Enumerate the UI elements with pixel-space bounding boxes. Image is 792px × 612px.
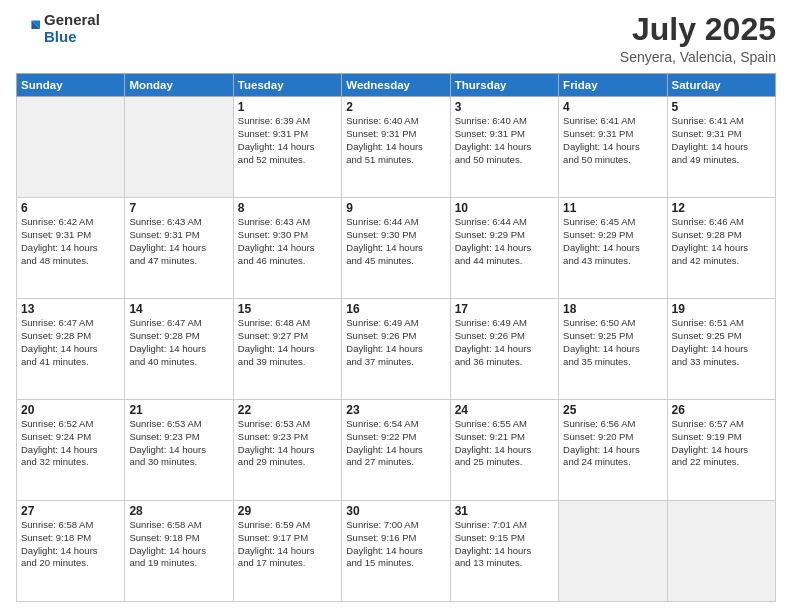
calendar-week-row: 27Sunrise: 6:58 AMSunset: 9:18 PMDayligh… bbox=[17, 501, 776, 602]
day-info: Sunrise: 6:58 AMSunset: 9:18 PMDaylight:… bbox=[129, 519, 228, 570]
subtitle: Senyera, Valencia, Spain bbox=[620, 49, 776, 65]
logo-text: General Blue bbox=[44, 12, 100, 45]
calendar-day-cell: 11Sunrise: 6:45 AMSunset: 9:29 PMDayligh… bbox=[559, 198, 667, 299]
day-info: Sunrise: 6:40 AMSunset: 9:31 PMDaylight:… bbox=[346, 115, 445, 166]
calendar-day-cell: 19Sunrise: 6:51 AMSunset: 9:25 PMDayligh… bbox=[667, 299, 775, 400]
day-info: Sunrise: 6:57 AMSunset: 9:19 PMDaylight:… bbox=[672, 418, 771, 469]
day-info: Sunrise: 6:43 AMSunset: 9:31 PMDaylight:… bbox=[129, 216, 228, 267]
day-info: Sunrise: 7:01 AMSunset: 9:15 PMDaylight:… bbox=[455, 519, 554, 570]
calendar-day-cell: 24Sunrise: 6:55 AMSunset: 9:21 PMDayligh… bbox=[450, 400, 558, 501]
day-info: Sunrise: 6:39 AMSunset: 9:31 PMDaylight:… bbox=[238, 115, 337, 166]
day-info: Sunrise: 6:41 AMSunset: 9:31 PMDaylight:… bbox=[672, 115, 771, 166]
day-number: 25 bbox=[563, 403, 662, 417]
day-info: Sunrise: 6:48 AMSunset: 9:27 PMDaylight:… bbox=[238, 317, 337, 368]
day-number: 29 bbox=[238, 504, 337, 518]
day-info: Sunrise: 6:52 AMSunset: 9:24 PMDaylight:… bbox=[21, 418, 120, 469]
day-number: 31 bbox=[455, 504, 554, 518]
day-number: 23 bbox=[346, 403, 445, 417]
day-info: Sunrise: 6:59 AMSunset: 9:17 PMDaylight:… bbox=[238, 519, 337, 570]
day-number: 4 bbox=[563, 100, 662, 114]
day-info: Sunrise: 6:46 AMSunset: 9:28 PMDaylight:… bbox=[672, 216, 771, 267]
calendar-week-row: 1Sunrise: 6:39 AMSunset: 9:31 PMDaylight… bbox=[17, 97, 776, 198]
logo: General Blue bbox=[16, 12, 100, 45]
calendar-day-cell: 16Sunrise: 6:49 AMSunset: 9:26 PMDayligh… bbox=[342, 299, 450, 400]
day-info: Sunrise: 6:47 AMSunset: 9:28 PMDaylight:… bbox=[21, 317, 120, 368]
calendar-day-cell: 12Sunrise: 6:46 AMSunset: 9:28 PMDayligh… bbox=[667, 198, 775, 299]
day-number: 1 bbox=[238, 100, 337, 114]
main-title: July 2025 bbox=[620, 12, 776, 47]
day-info: Sunrise: 6:44 AMSunset: 9:30 PMDaylight:… bbox=[346, 216, 445, 267]
calendar-day-cell: 5Sunrise: 6:41 AMSunset: 9:31 PMDaylight… bbox=[667, 97, 775, 198]
header: General Blue July 2025 Senyera, Valencia… bbox=[16, 12, 776, 65]
day-number: 5 bbox=[672, 100, 771, 114]
calendar-day-cell: 21Sunrise: 6:53 AMSunset: 9:23 PMDayligh… bbox=[125, 400, 233, 501]
calendar-day-cell: 14Sunrise: 6:47 AMSunset: 9:28 PMDayligh… bbox=[125, 299, 233, 400]
day-info: Sunrise: 6:56 AMSunset: 9:20 PMDaylight:… bbox=[563, 418, 662, 469]
calendar-day-cell bbox=[559, 501, 667, 602]
logo-icon bbox=[16, 17, 40, 41]
calendar-body: 1Sunrise: 6:39 AMSunset: 9:31 PMDaylight… bbox=[17, 97, 776, 602]
calendar-day-cell: 18Sunrise: 6:50 AMSunset: 9:25 PMDayligh… bbox=[559, 299, 667, 400]
day-number: 9 bbox=[346, 201, 445, 215]
day-info: Sunrise: 6:53 AMSunset: 9:23 PMDaylight:… bbox=[238, 418, 337, 469]
calendar-day-cell: 2Sunrise: 6:40 AMSunset: 9:31 PMDaylight… bbox=[342, 97, 450, 198]
day-info: Sunrise: 6:42 AMSunset: 9:31 PMDaylight:… bbox=[21, 216, 120, 267]
day-info: Sunrise: 6:41 AMSunset: 9:31 PMDaylight:… bbox=[563, 115, 662, 166]
calendar-day-cell: 9Sunrise: 6:44 AMSunset: 9:30 PMDaylight… bbox=[342, 198, 450, 299]
day-info: Sunrise: 6:55 AMSunset: 9:21 PMDaylight:… bbox=[455, 418, 554, 469]
day-number: 11 bbox=[563, 201, 662, 215]
calendar-header: SundayMondayTuesdayWednesdayThursdayFrid… bbox=[17, 74, 776, 97]
day-number: 15 bbox=[238, 302, 337, 316]
day-number: 30 bbox=[346, 504, 445, 518]
calendar-day-cell: 31Sunrise: 7:01 AMSunset: 9:15 PMDayligh… bbox=[450, 501, 558, 602]
day-number: 22 bbox=[238, 403, 337, 417]
page: General Blue July 2025 Senyera, Valencia… bbox=[0, 0, 792, 612]
title-block: July 2025 Senyera, Valencia, Spain bbox=[620, 12, 776, 65]
header-cell-thursday: Thursday bbox=[450, 74, 558, 97]
day-number: 13 bbox=[21, 302, 120, 316]
logo-blue: Blue bbox=[44, 29, 100, 46]
day-number: 2 bbox=[346, 100, 445, 114]
header-row: SundayMondayTuesdayWednesdayThursdayFrid… bbox=[17, 74, 776, 97]
calendar-day-cell: 23Sunrise: 6:54 AMSunset: 9:22 PMDayligh… bbox=[342, 400, 450, 501]
day-info: Sunrise: 6:40 AMSunset: 9:31 PMDaylight:… bbox=[455, 115, 554, 166]
calendar-day-cell: 20Sunrise: 6:52 AMSunset: 9:24 PMDayligh… bbox=[17, 400, 125, 501]
calendar-day-cell bbox=[125, 97, 233, 198]
calendar-day-cell: 29Sunrise: 6:59 AMSunset: 9:17 PMDayligh… bbox=[233, 501, 341, 602]
day-number: 26 bbox=[672, 403, 771, 417]
calendar-day-cell bbox=[17, 97, 125, 198]
header-cell-tuesday: Tuesday bbox=[233, 74, 341, 97]
day-number: 24 bbox=[455, 403, 554, 417]
day-info: Sunrise: 6:43 AMSunset: 9:30 PMDaylight:… bbox=[238, 216, 337, 267]
header-cell-monday: Monday bbox=[125, 74, 233, 97]
calendar-day-cell: 7Sunrise: 6:43 AMSunset: 9:31 PMDaylight… bbox=[125, 198, 233, 299]
calendar-day-cell: 3Sunrise: 6:40 AMSunset: 9:31 PMDaylight… bbox=[450, 97, 558, 198]
day-info: Sunrise: 6:50 AMSunset: 9:25 PMDaylight:… bbox=[563, 317, 662, 368]
calendar-week-row: 20Sunrise: 6:52 AMSunset: 9:24 PMDayligh… bbox=[17, 400, 776, 501]
calendar-day-cell: 4Sunrise: 6:41 AMSunset: 9:31 PMDaylight… bbox=[559, 97, 667, 198]
calendar-day-cell: 8Sunrise: 6:43 AMSunset: 9:30 PMDaylight… bbox=[233, 198, 341, 299]
day-number: 14 bbox=[129, 302, 228, 316]
calendar-day-cell: 30Sunrise: 7:00 AMSunset: 9:16 PMDayligh… bbox=[342, 501, 450, 602]
day-number: 12 bbox=[672, 201, 771, 215]
day-info: Sunrise: 6:45 AMSunset: 9:29 PMDaylight:… bbox=[563, 216, 662, 267]
calendar-day-cell: 17Sunrise: 6:49 AMSunset: 9:26 PMDayligh… bbox=[450, 299, 558, 400]
calendar-day-cell: 27Sunrise: 6:58 AMSunset: 9:18 PMDayligh… bbox=[17, 501, 125, 602]
day-info: Sunrise: 6:53 AMSunset: 9:23 PMDaylight:… bbox=[129, 418, 228, 469]
header-cell-saturday: Saturday bbox=[667, 74, 775, 97]
calendar-table: SundayMondayTuesdayWednesdayThursdayFrid… bbox=[16, 73, 776, 602]
calendar-week-row: 13Sunrise: 6:47 AMSunset: 9:28 PMDayligh… bbox=[17, 299, 776, 400]
day-number: 20 bbox=[21, 403, 120, 417]
day-number: 6 bbox=[21, 201, 120, 215]
day-info: Sunrise: 6:58 AMSunset: 9:18 PMDaylight:… bbox=[21, 519, 120, 570]
day-info: Sunrise: 6:49 AMSunset: 9:26 PMDaylight:… bbox=[455, 317, 554, 368]
day-number: 7 bbox=[129, 201, 228, 215]
day-number: 21 bbox=[129, 403, 228, 417]
day-info: Sunrise: 6:54 AMSunset: 9:22 PMDaylight:… bbox=[346, 418, 445, 469]
calendar-day-cell: 28Sunrise: 6:58 AMSunset: 9:18 PMDayligh… bbox=[125, 501, 233, 602]
day-info: Sunrise: 7:00 AMSunset: 9:16 PMDaylight:… bbox=[346, 519, 445, 570]
day-info: Sunrise: 6:49 AMSunset: 9:26 PMDaylight:… bbox=[346, 317, 445, 368]
day-number: 18 bbox=[563, 302, 662, 316]
calendar-day-cell: 1Sunrise: 6:39 AMSunset: 9:31 PMDaylight… bbox=[233, 97, 341, 198]
logo-general: General bbox=[44, 12, 100, 29]
